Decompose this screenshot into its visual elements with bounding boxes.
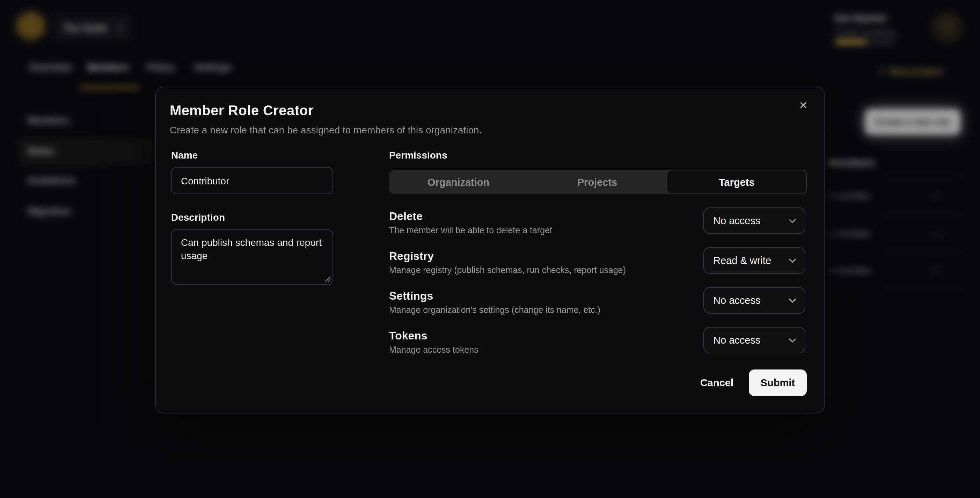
selected-value: No access	[713, 215, 760, 226]
member-role-creator-modal: Member Role Creator Create a new role th…	[155, 87, 825, 414]
name-input[interactable]	[171, 167, 333, 194]
app-root: The Guild Overview Members Policy Settin…	[0, 0, 980, 498]
delete-access-select[interactable]: No access	[703, 207, 805, 234]
perm-tab-organization[interactable]: Organization	[389, 170, 528, 194]
chevron-down-icon	[789, 258, 796, 263]
modal-subtitle: Create a new role that can be assigned t…	[170, 124, 482, 135]
permission-row-settings: Settings Manage organization's settings …	[389, 286, 807, 322]
resize-handle-icon[interactable]	[324, 275, 331, 282]
chevron-down-icon	[789, 298, 796, 303]
cancel-button[interactable]: Cancel	[695, 369, 739, 396]
chevron-down-icon	[789, 338, 796, 343]
chevron-down-icon	[789, 218, 796, 223]
selected-value: No access	[713, 295, 760, 306]
tokens-access-select[interactable]: No access	[703, 327, 805, 353]
name-field-label: Name	[171, 150, 198, 161]
close-icon[interactable]: ✕	[795, 97, 812, 114]
permission-row-tokens: Tokens Manage access tokens No access	[389, 326, 807, 362]
permission-row-registry: Registry Manage registry (publish schema…	[389, 246, 807, 282]
description-textarea[interactable]: Can publish schemas and report usage	[171, 229, 333, 285]
selected-value: Read & write	[713, 255, 771, 266]
permissions-tabstrip: Organization Projects Targets	[389, 170, 807, 194]
permission-row-delete: Delete The member will be able to delete…	[389, 206, 807, 242]
perm-tab-projects[interactable]: Projects	[528, 170, 667, 194]
modal-title: Member Role Creator	[170, 103, 313, 119]
selected-value: No access	[713, 334, 760, 346]
permissions-label: Permissions	[389, 150, 447, 161]
perm-tab-targets[interactable]: Targets	[667, 170, 807, 194]
submit-button[interactable]: Submit	[749, 369, 807, 396]
description-field-label: Description	[171, 212, 225, 223]
settings-access-select[interactable]: No access	[703, 287, 805, 313]
registry-access-select[interactable]: Read & write	[703, 247, 805, 274]
description-field-wrap: Can publish schemas and report usage	[171, 229, 333, 285]
